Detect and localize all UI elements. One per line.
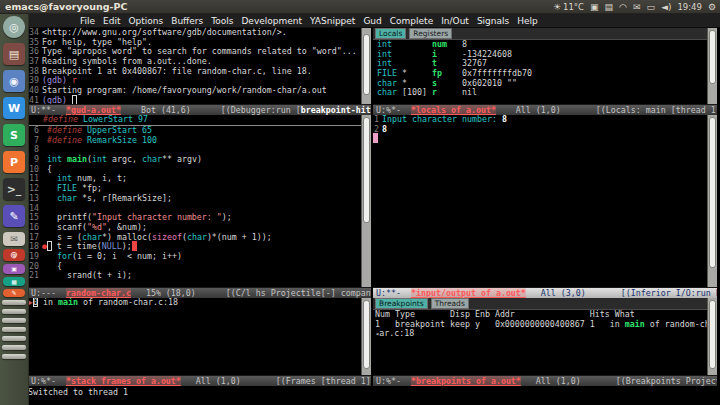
program-io-window[interactable]: 1Input character number: 828 — [373, 115, 707, 287]
text-segment: int — [47, 154, 62, 164]
folded-launcher-icon[interactable] — [2, 354, 26, 359]
media-app-icon[interactable]: ▣ — [3, 264, 25, 274]
text-segment: { — [47, 164, 52, 174]
text-segment: 8 — [382, 124, 387, 134]
paint-app-icon[interactable]: ✎ — [3, 289, 25, 297]
text-segment: 32767 — [462, 58, 487, 68]
folded-launcher-icon[interactable] — [2, 327, 26, 332]
scrollbar-thumb[interactable] — [709, 30, 716, 85]
file-manager-icon[interactable]: ▤ — [3, 43, 25, 65]
chromium-browser-icon[interactable]: ◉ — [3, 70, 25, 92]
calculator-app-icon[interactable]: ▦ — [3, 277, 25, 286]
text-segment: U:%*- — [31, 376, 66, 386]
folded-launcher-icon[interactable] — [2, 309, 26, 314]
menu-tools[interactable]: Tools — [207, 16, 237, 26]
dash-home-icon[interactable]: ◎ — [3, 16, 25, 38]
settings-icon: ⚙ — [708, 2, 716, 12]
scrollbar-source[interactable] — [361, 115, 371, 287]
folded-launcher-icon[interactable] — [2, 300, 26, 305]
settings-icon[interactable]: ⚙ — [708, 2, 716, 12]
text-segment: #define — [47, 125, 82, 135]
clock[interactable]: 19:49 — [677, 2, 702, 12]
tab-registers[interactable]: Registers — [409, 28, 452, 39]
mail-app-icon[interactable]: ✉ — [3, 232, 25, 246]
wifi-icon[interactable]: ◠ — [619, 2, 627, 12]
terminal-icon[interactable]: >_ — [3, 178, 25, 200]
clock-label: 19:49 — [677, 2, 702, 12]
scrollbar-io[interactable] — [707, 115, 717, 287]
text-segment: U:**- — [31, 105, 66, 115]
text-line: 28 — [373, 125, 707, 135]
text-segment: *input/output of a.out* — [411, 288, 526, 298]
scrollbar-gdb-console[interactable] — [361, 28, 371, 104]
scrollbar-stack[interactable] — [361, 298, 371, 375]
menu-edit[interactable]: Edit — [99, 16, 124, 26]
system-tray: ☀11°C▣▤◠✉▭◄)19:49⚙ — [553, 2, 720, 12]
text-segment — [47, 251, 57, 261]
menu-inout[interactable]: In/Out — [437, 16, 473, 26]
text-segment — [442, 68, 462, 78]
scrollbar-thumb[interactable] — [363, 34, 370, 95]
battery-icon[interactable]: ▭ — [646, 2, 655, 12]
wps-writer-icon[interactable]: W — [3, 97, 25, 119]
text-line: 13 char *s, r[RemarkSize]; — [28, 194, 361, 204]
wps-presentation-icon[interactable]: P — [3, 151, 25, 173]
menu-file[interactable]: File — [76, 16, 99, 26]
wps-spreadsheets-icon[interactable]: S — [3, 124, 25, 146]
text-segment: int — [377, 58, 392, 68]
text-line: U:%*- *locals of a.out* All (1,0) [(Loca… — [373, 105, 717, 115]
menu-complete[interactable]: Complete — [386, 16, 437, 26]
weather-icon[interactable]: ☀11°C — [553, 2, 584, 12]
scrollbar-breakpoints[interactable] — [707, 298, 717, 375]
breakpoints-window[interactable]: BreakpointsThreads Num Type Disp Enb Add… — [373, 298, 707, 375]
text-segment: LowerStart — [78, 115, 133, 124]
text-segment — [392, 39, 432, 49]
text-segment: Breakpoint 1 at 0x400867: file random-ch… — [42, 66, 312, 76]
menu-gud[interactable]: Gud — [359, 16, 385, 26]
folded-launcher-icon[interactable] — [2, 345, 26, 350]
clipboard-icon[interactable]: ▤ — [605, 2, 614, 12]
tab-breakpoints[interactable]: Breakpoints — [375, 298, 428, 309]
text-line: 7 #define RemarkSize 100 — [28, 136, 361, 146]
modeline-gdb-console: U:**- *gud-a.out* Bot (41,6) [(Debugger:… — [28, 104, 371, 115]
text-segment: #define — [43, 115, 78, 124]
menu-help[interactable]: Help — [513, 16, 542, 26]
line-number: 41 — [28, 96, 39, 104]
modeline-breakpoints: U:%*- *breakpoints of a.out* All (1,0) [… — [373, 375, 717, 386]
text-segment: main — [62, 154, 87, 164]
text-segment: , &num); — [107, 222, 147, 232]
text-segment — [437, 87, 462, 97]
scrollbar-locals[interactable] — [707, 28, 717, 104]
text-segment — [72, 95, 77, 104]
folded-launcher-icon[interactable] — [2, 336, 26, 341]
locals-window[interactable]: LocalsRegisters int num 8int i -13422460… — [373, 28, 707, 104]
webmail-app-icon[interactable]: @ — [3, 249, 25, 261]
volume-icon[interactable]: ◄) — [661, 2, 671, 12]
text-segment: 100 — [137, 135, 157, 145]
drawing-app-icon[interactable]: ✎ — [3, 205, 25, 227]
menu-signals[interactable]: Signals — [473, 16, 513, 26]
scrollbar-thumb[interactable] — [363, 117, 370, 224]
gdb-console-window[interactable]: 34<http://www.gnu.org/software/gdb/docum… — [28, 28, 361, 104]
text-segment: (gdb) — [42, 95, 72, 104]
scrollbar-thumb[interactable] — [709, 300, 716, 369]
menu-yasnippet[interactable]: YASnippet — [306, 16, 359, 26]
text-segment — [42, 144, 47, 154]
text-segment: [100] — [397, 87, 427, 97]
scrollbar-thumb[interactable] — [363, 300, 370, 369]
briefcase-icon[interactable]: ▣ — [590, 2, 599, 12]
tab-locals[interactable]: Locals — [375, 28, 406, 39]
echo-area[interactable]: Switched to thread 1 — [28, 386, 720, 405]
menu-buffers[interactable]: Buffers — [167, 16, 207, 26]
mail-icon[interactable]: ✉ — [633, 2, 641, 12]
source-window[interactable]: #define LowerStart 97 6 #define UpperSta… — [28, 115, 361, 287]
text-segment — [407, 78, 432, 88]
mail-icon: ✉ — [633, 2, 641, 12]
menu-development[interactable]: Development — [237, 16, 306, 26]
scrollbar-thumb[interactable] — [709, 117, 716, 268]
tab-threads[interactable]: Threads — [431, 298, 469, 309]
text-segment: *locals of a.out* — [411, 105, 496, 115]
folded-launcher-icon[interactable] — [2, 318, 26, 323]
stack-frames-window[interactable]: ▶0 in main of random-char.c:18 — [28, 298, 361, 375]
menu-options[interactable]: Options — [125, 16, 168, 26]
